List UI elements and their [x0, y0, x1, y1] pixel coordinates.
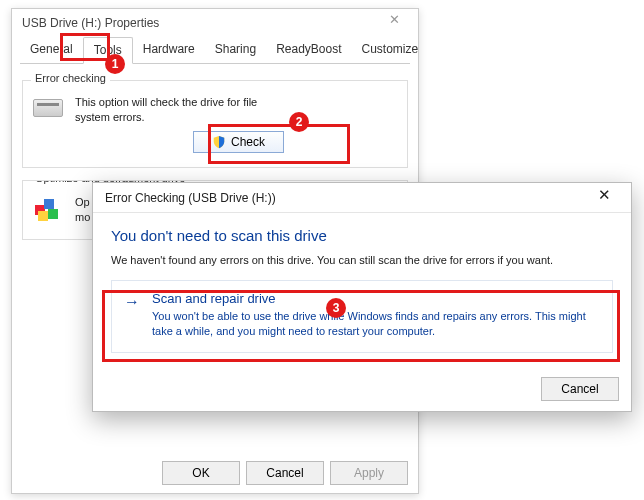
window-title: USB Drive (H:) Properties: [22, 16, 159, 30]
dialog-titlebar: Error Checking (USB Drive (H:)) ✕: [93, 183, 631, 213]
dialog-title: Error Checking (USB Drive (H:)): [105, 191, 276, 205]
tab-customize[interactable]: Customize: [352, 37, 429, 63]
tab-sharing[interactable]: Sharing: [205, 37, 266, 63]
optimize-desc: Op mo: [75, 195, 90, 225]
dialog-subtext: We haven't found any errors on this driv…: [111, 254, 613, 266]
error-checking-desc: This option will check the drive for fil…: [75, 95, 285, 125]
dialog-heading: You don't need to scan this drive: [111, 227, 613, 244]
callout-badge-1: 1: [105, 54, 125, 74]
apply-button[interactable]: Apply: [330, 461, 408, 485]
dialog-close-icon[interactable]: ✕: [583, 186, 625, 210]
dialog-cancel-button[interactable]: Cancel: [541, 377, 619, 401]
callout-badge-2: 2: [289, 112, 309, 132]
callout-box-3: [102, 290, 620, 362]
close-icon[interactable]: ✕: [374, 12, 414, 34]
tab-hardware[interactable]: Hardware: [133, 37, 205, 63]
defrag-icon: [33, 195, 65, 223]
ok-button[interactable]: OK: [162, 461, 240, 485]
tab-readyboost[interactable]: ReadyBoost: [266, 37, 351, 63]
drive-icon: [33, 95, 65, 121]
callout-box-1: [60, 33, 110, 61]
footer-buttons: OK Cancel Apply: [162, 461, 408, 485]
cancel-button[interactable]: Cancel: [246, 461, 324, 485]
group-title-error-checking: Error checking: [31, 72, 110, 84]
callout-box-2: [208, 124, 350, 164]
callout-badge-3: 3: [326, 298, 346, 318]
